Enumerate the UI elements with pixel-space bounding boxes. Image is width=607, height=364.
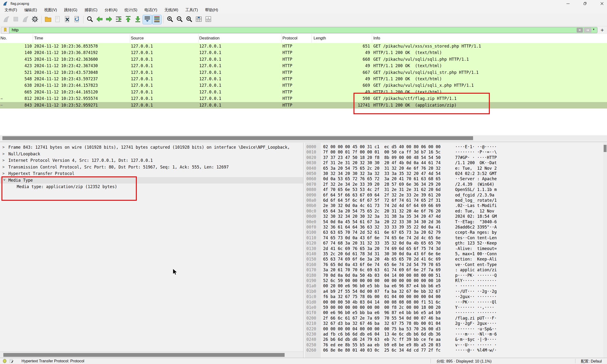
packet-list-hscrollbar[interactable] bbox=[0, 135, 607, 141]
detail-row[interactable]: Media type: application/zip (12352 bytes… bbox=[0, 183, 303, 190]
packet-list-hscrollbar-thumb[interactable] bbox=[2, 136, 473, 140]
hex-row-01a0[interactable]: 01a000 20 00 e6 96 b0 e5 bb ba e6 96 87 … bbox=[303, 283, 603, 288]
collapse-chevron-icon[interactable]: > bbox=[1, 179, 7, 182]
packet-row-548[interactable]: 5482024-11-12 10:23:43.597237127.0.0.112… bbox=[0, 76, 607, 82]
column-header-time[interactable]: Time bbox=[34, 36, 43, 41]
filter-add-button[interactable]: + bbox=[599, 27, 606, 33]
hex-row-0070[interactable]: 00702f 32 2e 34 2e 33 39 20 28 57 69 6e … bbox=[303, 182, 603, 187]
column-header-no[interactable]: No. bbox=[0, 36, 7, 41]
column-header-destination[interactable]: Destination bbox=[199, 36, 219, 41]
start-capture-button[interactable] bbox=[2, 15, 11, 24]
column-separator[interactable] bbox=[130, 34, 130, 42]
menu-item-wireless[interactable]: 无线(W) bbox=[161, 7, 182, 13]
hex-row-00f0[interactable]: 00f032 36 61 64 64 36 63 32 33 33 39 35 … bbox=[303, 224, 603, 230]
filter-dropdown-chevron-icon[interactable]: ▾ bbox=[593, 27, 594, 31]
capture-comment-icon[interactable] bbox=[9, 359, 14, 363]
packet-row-521[interactable]: 5212024-11-12 10:23:43.573048127.0.0.112… bbox=[0, 69, 607, 76]
zoom-100-button[interactable] bbox=[185, 15, 194, 24]
hex-vscrollbar[interactable] bbox=[603, 143, 607, 358]
hex-row-0140[interactable]: 014035 2c 20 6d 61 78 3d 31 30 30 0d 0a … bbox=[303, 251, 603, 257]
hex-row-01b0[interactable]: 01b0a4 b9 2f 55 54 0d 00 07 fa ba 32 67 … bbox=[303, 289, 603, 294]
hex-row-0030[interactable]: 00302f 31 2e 31 20 32 30 30 20 4f 4b 0d … bbox=[303, 160, 603, 165]
go-last-button[interactable] bbox=[133, 15, 142, 24]
packet-row-812[interactable]: →8122024-11-12 10:23:52.955574127.0.0.11… bbox=[0, 95, 607, 102]
hex-row-01c0[interactable]: 01c0f6 ba 32 67 75 78 0b 00 01 04 00 00 … bbox=[303, 294, 603, 299]
menu-item-go[interactable]: 跳转(G) bbox=[61, 7, 81, 13]
menu-item-view[interactable]: 视图(V) bbox=[41, 7, 61, 13]
packet-row-665[interactable]: 6652024-11-12 10:23:44.165120127.0.0.112… bbox=[0, 89, 607, 95]
zoom-in-button[interactable] bbox=[165, 15, 175, 24]
go-back-button[interactable] bbox=[95, 15, 104, 24]
status-profile[interactable]: 配置: Defaul bbox=[581, 359, 602, 364]
display-filter-input[interactable] bbox=[12, 27, 571, 33]
hex-row-0170[interactable]: 01703a 20 61 70 70 6c 69 63 61 74 69 6f … bbox=[303, 267, 603, 273]
column-header-protocol[interactable]: Protocol bbox=[283, 36, 297, 41]
hex-row-0260[interactable]: 026006 8e 0e 80 01 40 03 0c 25 6c 34 4d … bbox=[303, 348, 603, 353]
restore-button[interactable] bbox=[579, 0, 591, 7]
detail-row[interactable]: >Hypertext Transfer Protocol bbox=[0, 170, 303, 177]
column-header-length[interactable]: Length bbox=[313, 36, 326, 41]
zoom-out-button[interactable] bbox=[175, 15, 184, 24]
hex-row-0220[interactable]: 022000 00 00 00 04 00 00 00 00 75 ba 53 … bbox=[303, 326, 603, 331]
column-header-source[interactable]: Source bbox=[131, 36, 144, 41]
expert-info-icon[interactable] bbox=[2, 359, 7, 363]
go-forward-button[interactable] bbox=[105, 15, 114, 24]
packet-row-415[interactable]: 4152024-11-12 10:23:42.363600127.0.0.112… bbox=[0, 56, 607, 63]
hex-row-0110[interactable]: 011074 65 73 0d 0a 43 6f 6e 74 65 6e 74 … bbox=[303, 235, 603, 240]
hex-row-00c0[interactable]: 00c065 64 3a 20 54 75 65 2c 20 31 32 20 … bbox=[303, 208, 603, 214]
hex-row-0040[interactable]: 004065 3a 20 54 75 65 2c 20 31 32 20 4e … bbox=[303, 166, 603, 171]
hex-row-0210[interactable]: 021032 67 d3 ba 32 67 46 ba 32 67 75 78 … bbox=[303, 321, 603, 326]
hex-row-0120[interactable]: 012067 74 68 3a 20 31 32 33 35 32 0d 0a … bbox=[303, 240, 603, 246]
packet-row-140[interactable]: 1402024-11-12 10:23:36.874192127.0.0.112… bbox=[0, 50, 607, 56]
close-button[interactable] bbox=[596, 0, 607, 7]
save-file-button[interactable] bbox=[53, 15, 62, 24]
hex-row-0180[interactable]: 018070 0d 0a 0d 0a 50 4b 03 04 14 00 00 … bbox=[303, 273, 603, 278]
hex-row-00e0[interactable]: 00e054 0d 0a 45 54 61 67 3a 20 22 33 30 … bbox=[303, 219, 603, 224]
resize-columns-button[interactable] bbox=[194, 15, 203, 24]
hex-row-0150[interactable]: 015065 63 74 69 6f 6e 3a 20 4b 65 65 70 … bbox=[303, 257, 603, 262]
hex-row-00d0[interactable]: 00d032 30 32 34 20 30 32 3a 31 38 3a 35 … bbox=[303, 214, 603, 219]
hex-row-01e0[interactable]: 01e059 00 00 00 00 00 00 00 00 f8 2c 00 … bbox=[303, 305, 603, 310]
go-first-button[interactable] bbox=[124, 15, 133, 24]
expand-chevron-icon[interactable]: > bbox=[2, 157, 6, 164]
close-file-button[interactable] bbox=[63, 15, 72, 24]
hex-row-0090[interactable]: 00906f 64 5f 66 63 67 69 64 2f 32 2e 33 … bbox=[303, 192, 603, 198]
hex-row-0190[interactable]: 019052 6c 59 00 00 00 00 00 00 00 00 00 … bbox=[303, 278, 603, 283]
auto-scroll-button[interactable] bbox=[143, 15, 152, 24]
menu-item-tools[interactable]: 工具(T) bbox=[182, 7, 201, 13]
hex-row-0130[interactable]: 01302d 41 6c 69 76 65 3a 20 74 69 6d 65 … bbox=[303, 246, 603, 251]
detail-row[interactable]: >Transmission Control Protocol, Src Port… bbox=[0, 164, 303, 171]
menu-item-capture[interactable]: 捕获(C) bbox=[81, 7, 101, 13]
menu-item-statistics[interactable]: 统计(S) bbox=[121, 7, 141, 13]
hex-row-0080[interactable]: 00804f 70 65 6e 53 53 4c 2f 31 2e 31 2e … bbox=[303, 187, 603, 192]
hex-row-0160[interactable]: 016076 65 0d 0a 43 6f 6e 74 65 6e 74 2d … bbox=[303, 262, 603, 267]
stop-capture-button[interactable] bbox=[11, 15, 20, 24]
hex-row-0020[interactable]: 002037 37 23 47 50 18 20 f8 8b 09 00 00 … bbox=[303, 155, 603, 160]
layout-button[interactable]: 123 bbox=[204, 15, 213, 24]
packet-row-110[interactable]: 1102024-11-12 10:23:36.853578127.0.0.112… bbox=[0, 43, 607, 50]
hex-row-0060[interactable]: 00600d 0a 53 65 72 76 65 72 3a 20 41 70 … bbox=[303, 176, 603, 182]
hex-row-0010[interactable]: 00107f 00 00 01 7f 00 00 01 00 50 ca ff … bbox=[303, 149, 603, 155]
expand-chevron-icon[interactable]: > bbox=[2, 164, 6, 171]
menu-item-analyze[interactable]: 分析(A) bbox=[101, 7, 121, 13]
menu-item-file[interactable]: 文件(F) bbox=[1, 7, 21, 13]
hex-row-0050[interactable]: 005030 32 34 20 30 32 3a 32 33 3a 35 32 … bbox=[303, 171, 603, 176]
filter-apply-button[interactable]: ➜ bbox=[584, 28, 592, 33]
reload-file-button[interactable] bbox=[72, 15, 81, 24]
menu-item-edit[interactable]: 编辑(E) bbox=[21, 7, 40, 13]
column-separator[interactable] bbox=[33, 34, 33, 42]
detail-hscrollbar-thumb[interactable] bbox=[3, 353, 285, 357]
filter-clear-button[interactable]: ✕ bbox=[577, 28, 583, 33]
hex-row-0250[interactable]: 025076 ed ee 8b 55 b5 aa eb b9 e8 be e9 … bbox=[303, 342, 603, 348]
detail-row[interactable]: >Frame 843: 12741 bytes on wire (101928 … bbox=[0, 144, 303, 151]
hex-row-01f0[interactable]: 01f000 e6 96 b0 e5 bb ba e6 96 87 e4 bb … bbox=[303, 310, 603, 315]
hex-vscrollbar-thumb[interactable] bbox=[604, 145, 607, 152]
hex-row-01d0[interactable]: 01d000 00 00 50 4b 03 04 14 00 08 08 08 … bbox=[303, 299, 603, 305]
menu-item-help[interactable]: 帮助(H) bbox=[202, 7, 222, 13]
expand-chevron-icon[interactable]: > bbox=[2, 144, 6, 151]
hex-row-0230[interactable]: 0230ad fb c6 b6 6d db e6 04 13 4e 6c db … bbox=[303, 331, 603, 337]
detail-hscrollbar[interactable] bbox=[0, 351, 303, 358]
filter-bookmark-button[interactable] bbox=[1, 27, 10, 34]
column-separator[interactable] bbox=[281, 34, 282, 42]
open-file-button[interactable] bbox=[43, 15, 53, 24]
